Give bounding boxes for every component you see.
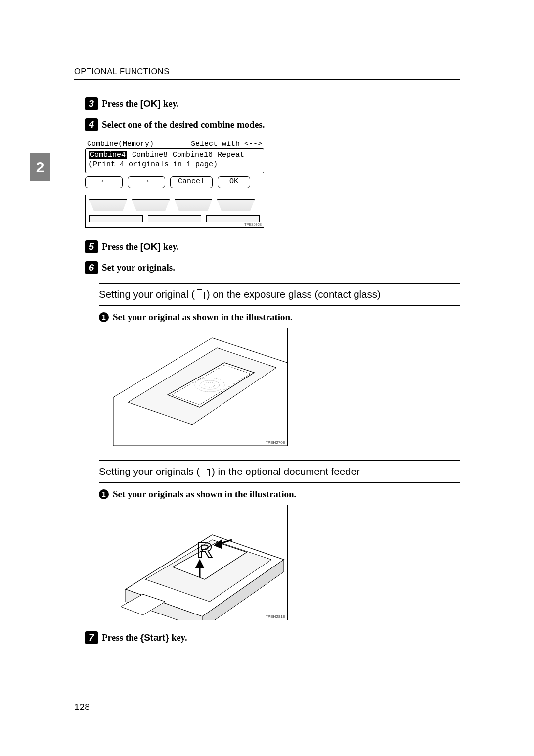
running-head: OPTIONAL FUNCTIONS	[74, 67, 460, 80]
page-number: 128	[74, 702, 90, 712]
portrait-page-icon	[197, 289, 205, 299]
lcd-option-combine8: Combine8	[132, 151, 168, 159]
ok-key-label: OK	[143, 241, 158, 252]
sub2-pre: Setting your originals (	[99, 466, 200, 477]
lcd-title-right: Select with <-->	[191, 140, 262, 148]
softkey-right-arrow: →	[128, 176, 165, 188]
sub1-post: ) on the exposure glass (contact glass)	[207, 288, 381, 300]
substep-number-icon: 1	[99, 312, 109, 322]
step-7-post: key.	[169, 632, 187, 643]
lcd-option-combine4: Combine4	[89, 151, 127, 159]
panel-button-icon	[206, 215, 260, 222]
step-number-icon: 3	[85, 97, 98, 110]
step-6-text: Set your originals.	[102, 261, 175, 274]
step-number-icon: 6	[85, 261, 98, 274]
step-5: 5 Press the [OK] key.	[85, 240, 460, 253]
divider	[99, 460, 460, 461]
panel-button-icon	[148, 215, 201, 222]
panel-button-icon	[89, 215, 143, 222]
exposure-glass-illustration: TPEH270E	[113, 328, 288, 446]
step-4: 4 Select one of the desired combine mode…	[85, 118, 460, 131]
step-7-text: Press the {Start} key.	[102, 631, 187, 644]
lcd-title-left: Combine(Memory)	[87, 140, 154, 148]
illustration-code: TPEH270E	[266, 440, 285, 445]
panel-button-icon	[175, 199, 212, 211]
step-6: 6 Set your originals.	[85, 261, 460, 274]
document-feeder-svg: R	[113, 505, 287, 620]
right-brace: }	[165, 632, 169, 643]
substep-number-icon: 1	[99, 489, 109, 499]
subheading-document-feeder: Setting your originals ( ) in the option…	[99, 466, 460, 477]
divider	[99, 283, 460, 284]
section-tab: 2	[30, 153, 50, 181]
portrait-page-icon	[202, 467, 210, 476]
sub2-post: ) in the optional document feeder	[212, 466, 360, 477]
ok-key-label: OK	[143, 98, 158, 109]
document-feeder-illustration: R TPEH281E	[113, 505, 288, 620]
panel-button-icon	[89, 199, 127, 211]
divider	[99, 305, 460, 306]
substep-b: 1 Set your originals as shown in the ill…	[99, 489, 460, 500]
step-3-text: Press the [OK] key.	[102, 97, 179, 110]
page-content: OPTIONAL FUNCTIONS 3 Press the [OK] key.…	[74, 67, 460, 652]
step-3-post: key.	[161, 98, 179, 109]
substep-a: 1 Set your original as shown in the illu…	[99, 312, 460, 323]
subheading-exposure-glass: Setting your original ( ) on the exposur…	[99, 288, 460, 300]
step-5-post: key.	[161, 241, 179, 252]
step-number-icon: 4	[85, 118, 98, 131]
step-5-pre: Press the	[102, 241, 140, 252]
substep-b-text: Set your originals as shown in the illus…	[113, 489, 296, 500]
panel-button-icon	[132, 199, 170, 211]
panel-button-icon	[217, 199, 255, 211]
step-number-icon: 7	[85, 631, 98, 644]
step-7: 7 Press the {Start} key.	[85, 631, 460, 644]
step-3: 3 Press the [OK] key.	[85, 97, 460, 110]
lcd-screenshot: Combine(Memory) Select with <--> Combine…	[85, 139, 264, 188]
sub1-pre: Setting your original (	[99, 288, 195, 300]
lcd-option-repeat: Repeat	[218, 151, 244, 159]
svg-text:R: R	[197, 538, 212, 562]
divider	[99, 482, 460, 483]
substep-a-text: Set your original as shown in the illust…	[113, 312, 293, 323]
step-3-pre: Press the	[102, 98, 140, 109]
step-number-icon: 5	[85, 240, 98, 253]
step-7-pre: Press the	[102, 632, 140, 643]
step-5-text: Press the [OK] key.	[102, 240, 179, 253]
illustration-code: TPEH281E	[266, 614, 285, 619]
lcd-option-combine16: Combine16	[173, 151, 213, 159]
start-key-label: Start	[144, 632, 165, 643]
panel-buttons-illustration: TPES530E	[85, 195, 264, 228]
step-4-text: Select one of the desired combine modes.	[102, 118, 265, 131]
softkey-cancel: Cancel	[170, 176, 213, 188]
panel-illustration-code: TPES530E	[244, 223, 262, 226]
exposure-glass-svg	[113, 328, 287, 446]
softkey-left-arrow: ←	[85, 176, 123, 188]
lcd-description: (Print 4 originals in 1 page)	[89, 160, 261, 169]
softkey-ok: OK	[218, 176, 250, 188]
